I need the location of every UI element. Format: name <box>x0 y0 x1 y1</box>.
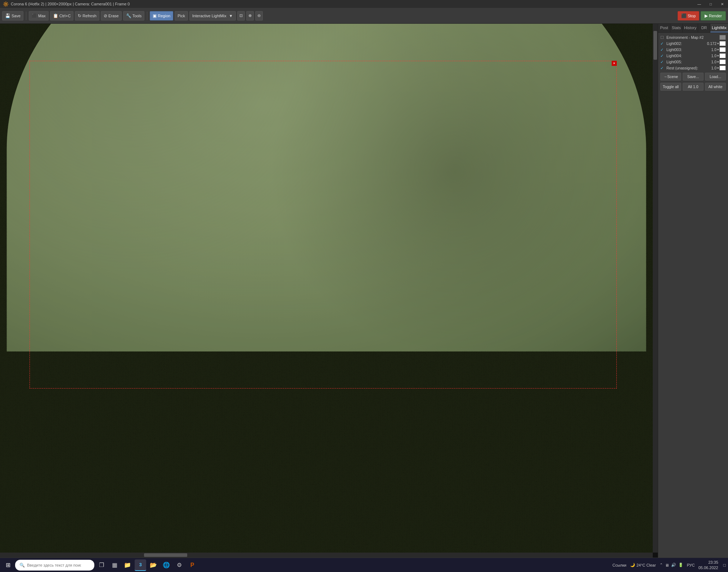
light005-label: Light005: <box>666 60 703 64</box>
light003-minus[interactable]: ▾ <box>717 48 719 51</box>
settings-icon: ⚙ <box>177 562 182 568</box>
taskbar-search-bar[interactable]: 🔍 <box>15 560 94 571</box>
light003-checkbox[interactable]: ✓ <box>660 47 665 52</box>
task-view-button[interactable]: ❐ <box>96 559 107 571</box>
light005-checkbox[interactable]: ✓ <box>660 60 665 64</box>
region-button[interactable]: ▣ Region <box>150 11 173 21</box>
zoom-out-button[interactable]: ⊖ <box>255 11 263 21</box>
rest-minus[interactable]: ▾ <box>717 66 719 70</box>
save-icon: 💾 <box>5 13 10 18</box>
language-indicator[interactable]: РУС <box>687 563 695 567</box>
dropdown-arrow-icon: ▼ <box>229 14 233 18</box>
toggle-row: Toggle all All 1.0 All white <box>660 83 726 91</box>
zoom-in-icon: ⊕ <box>248 13 252 18</box>
save-button[interactable]: 💾 Save <box>2 11 23 21</box>
tray-sound-icon[interactable]: 🔊 <box>671 563 676 567</box>
window-title: Corona 6 (Hotfix 2) | 2000×2000px | Came… <box>11 2 130 6</box>
rest-checkbox[interactable]: ✓ <box>660 66 665 70</box>
viewport-scrollbar-horizontal[interactable] <box>0 553 653 558</box>
refresh-icon: ↻ <box>78 13 81 18</box>
light002-checkbox[interactable]: ✓ <box>660 41 665 46</box>
env-checkbox[interactable]: ☐ <box>660 35 665 40</box>
light004-checkbox[interactable]: ✓ <box>660 54 665 58</box>
chrome-icon: 🌐 <box>163 562 170 568</box>
light004-color-swatch[interactable] <box>719 53 726 58</box>
clock[interactable]: 23:35 05.06.2022 <box>698 560 718 570</box>
explorer2-icon: 📂 <box>150 562 157 568</box>
explorer-icon: 📁 <box>124 562 131 568</box>
all-white-button[interactable]: All white <box>705 83 726 91</box>
app-p-icon: P <box>190 562 194 568</box>
task-view-icon: ❐ <box>99 562 104 568</box>
scene-button[interactable]: →Scene <box>660 73 681 81</box>
light003-color-swatch[interactable] <box>719 47 726 52</box>
svg-rect-1 <box>6 24 646 351</box>
env-color-swatch[interactable] <box>719 35 726 40</box>
light003-label: Light003: <box>666 47 703 52</box>
render-button[interactable]: ▶ Render <box>701 11 726 21</box>
pick-button[interactable]: Pick <box>175 11 188 21</box>
light002-value: 0.172 <box>703 41 716 46</box>
zoom-fit-button[interactable]: ⊡ <box>237 11 245 21</box>
3dsmax-button[interactable]: 3 <box>135 559 146 571</box>
tab-post[interactable]: Post <box>658 24 670 32</box>
erase-button[interactable]: ⊘ Erase <box>101 11 122 21</box>
light002-minus[interactable]: ▾ <box>717 42 719 45</box>
light002-row: ✓ Light002: 0.172 ▾ <box>660 41 726 46</box>
toolbar-divider-1 <box>26 12 26 20</box>
interactive-lightmix-dropdown[interactable]: Interactive LightMix ▼ <box>189 11 236 21</box>
tab-stats[interactable]: Stats <box>670 24 683 32</box>
explorer2-button[interactable]: 📂 <box>148 559 159 571</box>
tray-network-icon[interactable]: 🖥 <box>665 563 669 567</box>
stop-button[interactable]: ⬛ Stop <box>678 11 699 21</box>
show-desktop-button[interactable]: □ <box>723 563 726 568</box>
start-button[interactable]: ⊞ <box>2 559 14 571</box>
light002-label: Light002: <box>666 41 703 46</box>
widgets-button[interactable]: ▦ <box>109 559 120 571</box>
light004-minus[interactable]: ▾ <box>717 54 719 58</box>
zoom-in-button[interactable]: ⊕ <box>246 11 254 21</box>
tab-lightmix[interactable]: LightMix <box>710 24 728 32</box>
close-button[interactable]: ✕ <box>716 0 728 8</box>
scroll-thumb-vertical[interactable] <box>653 31 657 60</box>
load-button[interactable]: Load... <box>705 73 726 81</box>
app-p-button[interactable]: P <box>187 559 198 571</box>
viewport[interactable]: ✕ <box>0 24 658 558</box>
light003-row: ✓ Light003: 1.0 ▾ <box>660 47 726 52</box>
minimize-button[interactable]: — <box>693 0 705 8</box>
refresh-button[interactable]: ↻ Refresh <box>75 11 99 21</box>
window-controls: — □ ✕ <box>693 0 728 8</box>
right-panel: Post Stats History DR LightMix ☐ Environ… <box>658 24 728 558</box>
tools-icon: 🔧 <box>126 13 131 18</box>
taskbar-search-input[interactable] <box>27 563 81 567</box>
rest-label: Rest (unassigned): <box>666 66 703 70</box>
tools-button[interactable]: 🔧 Tools <box>123 11 145 21</box>
viewport-scrollbar-vertical[interactable] <box>653 24 658 553</box>
light005-minus[interactable]: ▾ <box>717 60 719 64</box>
main-area: ✕ Post Stats History DR LightMix ☐ Envir… <box>0 24 728 558</box>
env-label: Environment - Map #2 <box>666 35 705 40</box>
light002-color-swatch[interactable] <box>719 41 726 46</box>
hemisphere-shape <box>6 24 646 351</box>
lightmix-panel-content: ☐ Environment - Map #2 ✓ Light002: 0.172… <box>658 33 728 558</box>
maximize-button[interactable]: □ <box>705 0 716 8</box>
light005-row: ✓ Light005: 1.0 ▾ <box>660 59 726 64</box>
chrome-button[interactable]: 🌐 <box>161 559 172 571</box>
scroll-thumb-horizontal[interactable] <box>144 553 187 557</box>
settings-button[interactable]: ⚙ <box>174 559 185 571</box>
tab-dr[interactable]: DR <box>698 24 710 32</box>
tray-expand-icon[interactable]: ⌃ <box>660 563 663 567</box>
title-bar: 🔆 Corona 6 (Hotfix 2) | 2000×2000px | Ca… <box>0 0 728 8</box>
max-button[interactable]: ⬛ Max <box>29 11 49 21</box>
ctrlc-button[interactable]: 📋 Ctrl+C <box>50 11 73 21</box>
hemisphere-texture <box>6 24 646 351</box>
light004-value: 1.0 <box>703 54 716 58</box>
rest-color-swatch[interactable] <box>719 65 726 71</box>
toggle-all-button[interactable]: Toggle all <box>660 83 681 91</box>
scene-save-load-row: →Scene Save... Load... <box>660 73 726 81</box>
tab-history[interactable]: History <box>683 24 698 32</box>
all-10-button[interactable]: All 1.0 <box>683 83 704 91</box>
light005-color-swatch[interactable] <box>719 59 726 64</box>
explorer-button[interactable]: 📁 <box>122 559 133 571</box>
save-lm-button[interactable]: Save... <box>683 73 704 81</box>
